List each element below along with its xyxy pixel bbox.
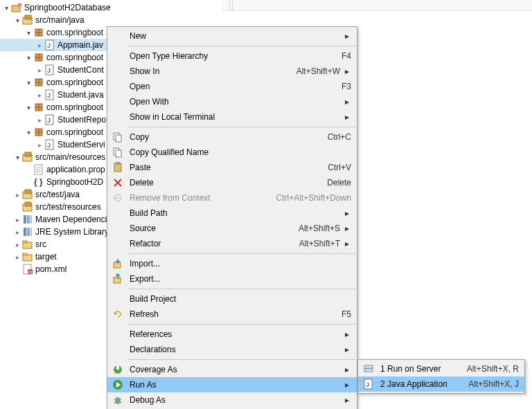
expand-toggle-icon[interactable] [12, 252, 22, 262]
menu-refresh[interactable]: RefreshF5 [107, 307, 357, 322]
expand-toggle-icon[interactable] [24, 78, 33, 87]
menu-export[interactable]: Export... [107, 271, 357, 287]
tree-label: SpringbootH2Database [24, 3, 111, 12]
svg-rect-46 [24, 228, 26, 236]
tree-label: JRE System Library [35, 227, 109, 237]
file-icon [33, 164, 44, 175]
source-folder-icon [22, 152, 33, 163]
tree-label: Student.java [57, 90, 104, 100]
menu-build-project[interactable]: Build Project [107, 291, 357, 307]
refresh-icon [110, 308, 125, 320]
source-folder-icon [22, 15, 33, 26]
package-icon [33, 102, 44, 113]
menu-coverage-as[interactable]: Coverage As▸ [107, 362, 357, 377]
menu-copy-qualified-name[interactable]: Copy Qualified Name [107, 145, 357, 160]
svg-rect-50 [23, 241, 27, 243]
expand-toggle-icon[interactable] [12, 190, 22, 199]
expand-toggle-icon[interactable] [24, 102, 33, 112]
menu-copy[interactable]: CopyCtrl+C [107, 129, 357, 145]
svg-text:{ }: { } [34, 177, 43, 187]
submenu-java-application[interactable]: J 2 Java ApplicationAlt+Shift+X, J [358, 376, 524, 392]
tree-src-main-java[interactable]: src/main/java [0, 14, 222, 26]
expand-toggle-icon[interactable] [1, 3, 11, 12]
expand-toggle-icon[interactable] [24, 127, 33, 137]
menu-show-in-local-terminal[interactable]: Show in Local Terminal▸ [107, 109, 357, 125]
tree-label: application.prop [46, 165, 105, 174]
menu-declarations[interactable]: Declarations▸ [107, 342, 357, 357]
tree-label: src/test/resources [35, 202, 101, 212]
svg-rect-75 [364, 365, 373, 368]
menu-source[interactable]: SourceAlt+Shift+S▸ [107, 221, 357, 236]
svg-rect-76 [364, 369, 373, 372]
java-file-icon: J [44, 114, 55, 125]
export-icon [110, 273, 125, 285]
svg-rect-43 [24, 215, 26, 224]
package-icon [33, 77, 44, 88]
menu-references[interactable]: References▸ [107, 327, 357, 342]
svg-rect-33 [25, 152, 31, 156]
menu-new[interactable]: New▸ [107, 28, 357, 44]
tree-label: StudentServi [57, 140, 105, 149]
expand-toggle-icon[interactable] [35, 140, 44, 149]
java-file-icon: J [44, 139, 55, 150]
tree-label: com.springboot [46, 78, 103, 87]
maven-pom-icon: m [22, 264, 33, 275]
svg-rect-40 [25, 190, 31, 194]
expand-toggle-icon[interactable] [35, 90, 44, 100]
svg-text:M: M [19, 3, 22, 8]
tree-label: StudentCont [57, 65, 104, 75]
menu-open-type-hierarchy[interactable]: Open Type HierarchyF4 [107, 48, 357, 64]
folder-icon [22, 251, 33, 262]
java-app-icon: J [361, 378, 376, 390]
tree-label: src/main/resources [35, 152, 105, 162]
server-icon [361, 363, 376, 375]
menu-run-as[interactable]: Run As▸ [107, 377, 357, 392]
context-menu[interactable]: New▸ Open Type HierarchyF4 Show InAlt+Sh… [107, 26, 357, 409]
menu-open-with[interactable]: Open With▸ [107, 94, 357, 109]
menu-delete[interactable]: DeleteDelete [107, 175, 357, 190]
expand-toggle-icon[interactable] [35, 40, 44, 50]
menu-import[interactable]: Import... [107, 256, 357, 271]
expand-toggle-icon[interactable] [24, 53, 33, 62]
svg-point-70 [115, 397, 121, 404]
tree-label: target [35, 252, 57, 262]
svg-text:J: J [47, 42, 51, 49]
expand-toggle-icon[interactable] [35, 115, 44, 125]
tree-project[interactable]: M SpringbootH2Database [0, 1, 222, 14]
menu-show-in[interactable]: Show InAlt+Shift+W▸ [107, 64, 357, 79]
expand-toggle-icon[interactable] [12, 215, 22, 224]
svg-rect-67 [114, 278, 121, 283]
expand-toggle-icon[interactable] [24, 28, 33, 37]
tree-label: com.springboot [46, 102, 103, 112]
package-icon [33, 27, 44, 38]
submenu-run-on-server[interactable]: 1 Run on ServerAlt+Shift+X, R [358, 361, 524, 376]
expand-toggle-icon[interactable] [12, 152, 22, 162]
debug-icon [110, 394, 125, 406]
tree-label: com.springboot [46, 127, 103, 137]
tree-label: com.springboot [46, 28, 103, 37]
java-file-icon: J [44, 39, 55, 51]
java-file-icon: J [44, 89, 55, 100]
package-icon [33, 52, 44, 63]
run-as-submenu[interactable]: 1 Run on ServerAlt+Shift+X, R J 2 Java A… [357, 359, 525, 394]
tree-label: src/main/java [35, 15, 85, 25]
svg-text:J: J [47, 117, 51, 124]
menu-refactor[interactable]: RefactorAlt+Shift+T▸ [107, 236, 357, 251]
menu-debug-as[interactable]: Debug As▸ [107, 392, 357, 408]
source-folder-icon [22, 189, 33, 200]
menu-remove-from-context[interactable]: Remove from ContextCtrl+Alt+Shift+Down [107, 190, 357, 206]
expand-toggle-icon[interactable] [12, 15, 22, 25]
menu-open[interactable]: OpenF3 [107, 79, 357, 94]
menu-separator [128, 46, 355, 46]
expand-toggle-icon[interactable] [12, 227, 22, 237]
paste-icon [110, 161, 125, 174]
expand-toggle-icon[interactable] [35, 65, 44, 75]
menu-paste[interactable]: PasteCtrl+V [107, 160, 357, 175]
svg-rect-60 [114, 163, 121, 172]
menu-build-path[interactable]: Build Path▸ [107, 206, 357, 221]
svg-line-73 [114, 402, 116, 403]
svg-rect-57 [116, 135, 121, 142]
import-icon [110, 257, 125, 270]
expand-toggle-icon[interactable] [12, 239, 22, 249]
menu-separator [128, 127, 355, 127]
